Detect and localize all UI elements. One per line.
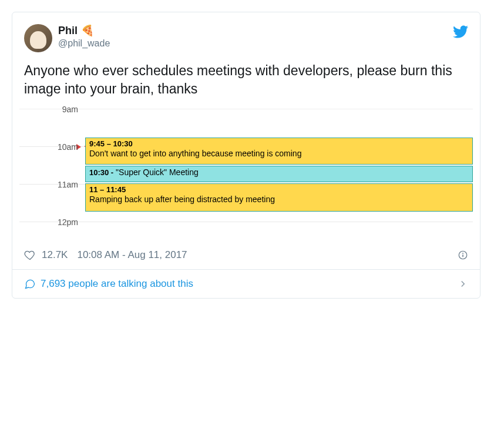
talking-link[interactable]: 7,693 people are talking about this <box>24 278 193 290</box>
event-title: Ramping back up after being distracted b… <box>89 195 469 205</box>
heart-icon[interactable] <box>24 249 36 261</box>
info-icon[interactable] <box>458 250 468 260</box>
like-count[interactable]: 12.7K <box>42 249 68 261</box>
talking-text: 7,693 people are talking about this <box>41 278 193 290</box>
calendar-event: 10:30 - "Super Quick" Meeting <box>85 166 473 182</box>
tweet-footer: 7,693 people are talking about this <box>12 270 480 298</box>
calendar-hour-row: 10am 10:30 - "Super Quick" Meeting <box>19 147 473 185</box>
timestamp[interactable]: 10:08 AM - Aug 11, 2017 <box>77 249 187 261</box>
avatar[interactable] <box>24 24 52 52</box>
tweet-card: Phil 🍕 @phil_wade Anyone who ever schedu… <box>12 12 481 299</box>
calendar-image: 9am 9:45 – 10:30 Don't want to get into … <box>19 109 473 239</box>
event-time: 11 – 11:45 <box>89 185 469 195</box>
twitter-logo-icon[interactable] <box>453 24 468 39</box>
calendar-hour-row: 9am 9:45 – 10:30 Don't want to get into … <box>19 109 473 147</box>
user-info: Phil 🍕 @phil_wade <box>58 24 110 49</box>
pizza-emoji: 🍕 <box>81 24 94 37</box>
comment-icon <box>24 278 36 290</box>
display-name-text: Phil <box>58 25 78 37</box>
hour-label: 12pm <box>19 217 78 227</box>
svg-rect-2 <box>462 254 463 257</box>
display-name[interactable]: Phil 🍕 <box>58 24 110 37</box>
user-handle[interactable]: @phil_wade <box>58 38 110 49</box>
calendar-hour-row: 11am 11 – 11:45 Ramping back up after be… <box>19 185 473 222</box>
hour-label: 11am <box>19 180 78 189</box>
calendar-hour-row: 12pm <box>19 222 473 239</box>
svg-point-1 <box>462 253 463 254</box>
hour-label: 9am <box>19 105 78 114</box>
chevron-right-icon[interactable] <box>458 279 468 289</box>
hour-label: 10am <box>19 142 78 152</box>
event-time: 10:30 - <box>89 168 113 177</box>
event-title: "Super Quick" Meeting <box>116 168 199 177</box>
tweet-header: Phil 🍕 @phil_wade <box>12 12 480 52</box>
tweet-meta: 12.7K 10:08 AM - Aug 11, 2017 <box>12 239 480 269</box>
calendar-event: 11 – 11:45 Ramping back up after being d… <box>85 183 473 212</box>
tweet-text: Anyone who ever schedules meetings with … <box>12 52 480 109</box>
